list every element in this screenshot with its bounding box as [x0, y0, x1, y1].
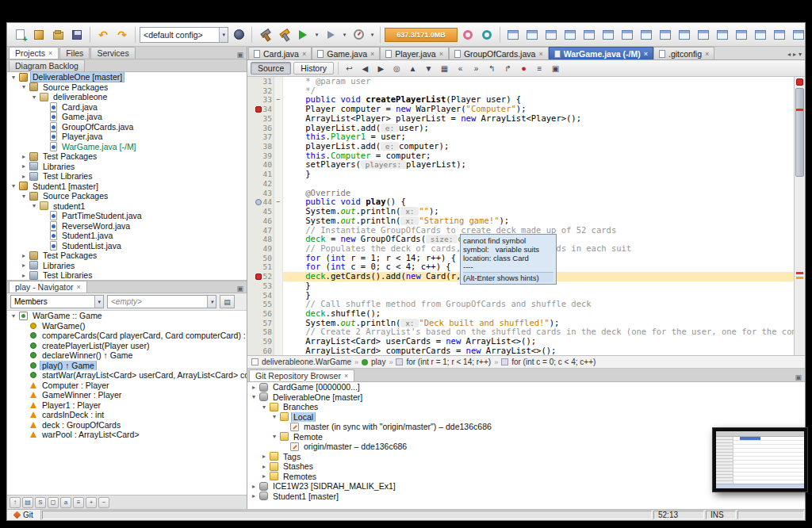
project-tree-item[interactable]: Player.java	[7, 132, 247, 142]
gutter-cell[interactable]: 38	[247, 142, 274, 151]
code-line[interactable]: 41 }	[247, 170, 794, 179]
toggle-highlight-icon[interactable]: ▦	[438, 62, 451, 75]
gutter-cell[interactable]: 32	[247, 86, 274, 96]
expand-arrow-icon[interactable]: ▸	[20, 173, 28, 180]
gutter-cell[interactable]: 40	[247, 160, 274, 170]
collapse-arrow-icon[interactable]: ▾	[30, 202, 38, 209]
project-tree-item[interactable]: StudentList.java	[7, 241, 247, 251]
gutter-cell[interactable]: 36	[247, 124, 274, 133]
gutter-cell[interactable]: 34	[247, 105, 274, 114]
tab-card-java[interactable]: Card.java×	[248, 47, 312, 59]
show-static-icon[interactable]: S	[35, 497, 46, 508]
project-tree-item[interactable]: ▸Libraries	[7, 162, 247, 172]
gutter-cell[interactable]: 54	[247, 291, 274, 300]
code-line[interactable]: 56 deck.shuffle();	[247, 309, 794, 319]
dropdown-arrow-icon[interactable]: ▾	[369, 26, 376, 44]
memory-gauge[interactable]: 637.3/171.0MB	[385, 28, 458, 42]
project-tree-item[interactable]: ▸Libraries	[7, 261, 247, 271]
code-line[interactable]: 57 System.out.println( x: "Deck built an…	[247, 319, 794, 328]
tab-projects[interactable]: Projects×	[9, 47, 59, 59]
heap-walker-icon[interactable]	[478, 26, 496, 44]
gutter-cell[interactable]: 55	[247, 300, 274, 309]
gutter-cell[interactable]: 50	[247, 254, 274, 263]
gutter-cell[interactable]: 37	[247, 132, 274, 142]
project-tree-item[interactable]: PartTimeStudent.java	[7, 211, 247, 221]
code-line[interactable]: 32 */	[247, 86, 794, 96]
gutter-cell[interactable]: 52	[247, 272, 274, 281]
debug-project-icon[interactable]	[322, 26, 339, 44]
code-line[interactable]: 39 this.Computer = computer;	[247, 151, 794, 161]
window-icon-15[interactable]	[771, 26, 788, 44]
close-tab-icon[interactable]: ×	[538, 50, 542, 58]
source-view-button[interactable]: Source	[251, 62, 291, 75]
gutter-cell[interactable]: 33	[247, 95, 274, 105]
expand-arrow-icon[interactable]: ▸	[260, 453, 268, 460]
window-icon-7[interactable]	[619, 26, 636, 44]
code-line[interactable]: 34 Player computer = new WarPlayer("Comp…	[247, 105, 794, 114]
collapse-arrow-icon[interactable]: ▾	[20, 193, 28, 200]
gutter-cell[interactable]: 60	[247, 346, 274, 356]
profile-project-icon[interactable]	[350, 26, 367, 44]
last-edit-icon[interactable]: ↩	[343, 62, 356, 75]
collapse-arrow-icon[interactable]: ▾	[10, 182, 17, 189]
navigator-item[interactable]: play() ↑ Game	[7, 361, 247, 371]
gutter-cell[interactable]: 31	[247, 77, 274, 86]
project-tree-item[interactable]: ▾student1	[7, 201, 247, 212]
gutter-cell[interactable]: 49	[247, 244, 274, 254]
code-line[interactable]: 46 System.out.println( x: "Starting game…	[247, 216, 794, 226]
window-icon-14[interactable]	[752, 26, 769, 44]
code-line[interactable]: 60 ArrayList<Card> computerCards = new A…	[247, 346, 794, 356]
comment-icon[interactable]: ≡	[533, 62, 546, 75]
open-project-icon[interactable]	[49, 26, 67, 44]
window-icon-12[interactable]	[714, 26, 731, 44]
navigator-item[interactable]: declareWinner() ↑ Game	[7, 350, 247, 361]
gutter-cell[interactable]: 45	[247, 207, 274, 216]
gutter-cell[interactable]: 57	[247, 319, 274, 328]
breadcrumb-item[interactable]: deliverableone.WarGame	[262, 358, 351, 366]
record-macro-icon[interactable]: ●	[517, 62, 530, 75]
gutter-cell[interactable]: 58	[247, 327, 274, 337]
window-icon-10[interactable]	[676, 26, 693, 44]
code-line[interactable]: 59 ArrayList<Card> userCards = new Array…	[247, 337, 794, 346]
expand-editor-icon[interactable]: ▣	[549, 62, 562, 75]
previous-occurrence-icon[interactable]: ▲	[406, 62, 419, 75]
scroll-tabs-right-icon[interactable]: ▸	[793, 51, 796, 58]
navigator-item[interactable]: GameWinner : Player	[7, 390, 247, 400]
code-editor[interactable]: 31 * @param user32 */33− public void cre…	[247, 77, 805, 356]
code-line[interactable]: 35 ArrayList<Player> playerList = new Ar…	[247, 114, 794, 124]
build-project-icon[interactable]	[256, 26, 274, 44]
gutter-cell[interactable]: 46	[247, 216, 274, 226]
project-tree-item[interactable]: GroupOfCards.java	[7, 122, 247, 132]
code-line[interactable]: 37 this.Player1 = user;	[247, 132, 794, 142]
sort-alpha-icon[interactable]: a	[60, 497, 71, 508]
gutter-cell[interactable]: 47	[247, 226, 274, 235]
collapse-arrow-icon[interactable]: ▾	[10, 74, 17, 81]
forward-icon[interactable]: ▶	[374, 62, 388, 75]
connect-icon[interactable]	[230, 26, 247, 44]
code-line[interactable]: 58 // Create 2 ArrayList's based on the …	[247, 327, 794, 337]
shift-right-icon[interactable]: »	[469, 62, 483, 75]
git-tree-item[interactable]: ▾Local	[247, 412, 805, 423]
close-tab-icon[interactable]: ×	[439, 50, 443, 58]
run-project-icon[interactable]	[294, 26, 312, 44]
window-icon-3[interactable]	[542, 26, 560, 44]
new-file-icon[interactable]	[11, 26, 29, 44]
new-project-icon[interactable]	[30, 26, 48, 44]
dropdown-arrow-icon[interactable]: ▾	[341, 26, 348, 44]
dropdown-arrow-icon[interactable]: ▾	[313, 26, 320, 44]
navigator-item[interactable]: createPlayerList(Player user)	[7, 341, 247, 351]
collapse-arrow-icon[interactable]: ▾	[10, 312, 17, 319]
breadcrumb-item[interactable]: for (int r = 1; r < 14; r++)	[406, 358, 491, 366]
sort-by-source-icon[interactable]: ≡	[73, 497, 84, 508]
history-view-button[interactable]: History	[293, 62, 334, 75]
gutter-cell[interactable]: 48	[247, 235, 274, 244]
window-icon-4[interactable]	[561, 26, 579, 44]
show-fields-icon[interactable]: ▤	[22, 497, 33, 508]
minimize-panel-icon[interactable]: ▣	[795, 373, 802, 381]
window-icon-6[interactable]	[599, 26, 617, 44]
collapse-arrow-icon[interactable]: ▾	[20, 83, 28, 90]
project-tree-item[interactable]: ▸Test Libraries	[7, 171, 247, 182]
tab-navigator[interactable]: play - Navigator ×	[9, 281, 87, 293]
gutter-cell[interactable]: 42	[247, 179, 274, 189]
gutter-cell[interactable]: 35	[247, 114, 274, 124]
